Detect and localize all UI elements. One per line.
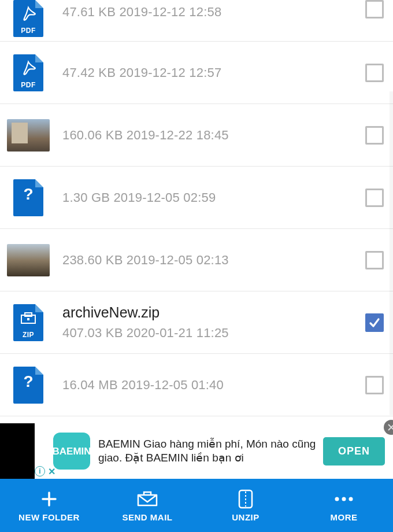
file-checkbox[interactable]: [365, 376, 384, 394]
file-checkbox[interactable]: [365, 126, 384, 145]
new-folder-button[interactable]: NEW FOLDER: [0, 479, 98, 532]
file-meta: 47.61 KB 2019-12-12 12:58: [62, 5, 358, 20]
file-meta: 47.42 KB 2019-12-12 12:57: [62, 65, 358, 80]
file-meta: 16.04 MB 2019-12-05 01:40: [62, 378, 358, 393]
file-row[interactable]: 238.60 KB 2019-12-05 02:13: [0, 229, 393, 291]
file-row[interactable]: ZIParchiveNew.zip407.03 KB 2020-01-21 11…: [0, 291, 393, 354]
ad-logo[interactable]: BAEMIN: [53, 433, 90, 470]
file-row[interactable]: ?16.04 MB 2019-12-05 01:40: [0, 354, 393, 416]
svg-point-4: [335, 497, 339, 501]
ad-text: BAEMIN Giao hàng miễn phí, Món nào cũng …: [98, 437, 323, 465]
bottom-action-bar: NEW FOLDER SEND MAIL UNZIP MORE: [0, 479, 393, 532]
unzip-button[interactable]: UNZIP: [196, 479, 295, 532]
file-meta: 407.03 KB 2020-01-21 11:25: [62, 326, 358, 341]
svg-point-5: [342, 497, 346, 501]
more-icon: [332, 489, 355, 509]
file-checkbox[interactable]: [365, 189, 384, 207]
unzip-label: UNZIP: [232, 512, 259, 522]
unknown-file-icon: ?: [13, 179, 43, 216]
pdf-file-icon: PDF: [13, 54, 43, 91]
file-meta: 160.06 KB 2019-12-22 18:45: [62, 128, 358, 143]
send-mail-label: SEND MAIL: [123, 512, 173, 522]
file-row[interactable]: PDF47.61 KB 2019-12-12 12:58: [0, 0, 393, 42]
unzip-icon: [238, 489, 253, 509]
ad-close-button[interactable]: [384, 420, 393, 435]
plus-icon: [40, 489, 58, 509]
more-label: MORE: [331, 512, 358, 522]
file-checkbox[interactable]: [365, 251, 384, 269]
file-meta: 238.60 KB 2019-12-05 02:13: [62, 253, 358, 268]
unknown-file-icon: ?: [13, 367, 43, 404]
pdf-file-icon: PDF: [13, 0, 43, 37]
file-row[interactable]: 160.06 KB 2019-12-22 18:45: [0, 104, 393, 167]
file-checkbox[interactable]: [365, 0, 384, 19]
image-thumbnail: [7, 244, 50, 276]
send-mail-button[interactable]: SEND MAIL: [98, 479, 196, 532]
more-button[interactable]: MORE: [295, 479, 393, 532]
ad-attribution[interactable]: i ✕: [35, 466, 57, 476]
file-checkbox[interactable]: [365, 313, 384, 332]
ad-banner: i ✕ BAEMIN BAEMIN Giao hàng miễn phí, Mó…: [0, 423, 393, 479]
mail-icon: [136, 489, 158, 509]
file-row[interactable]: ?1.30 GB 2019-12-05 02:59: [0, 167, 393, 229]
file-row[interactable]: PDF47.42 KB 2019-12-12 12:57: [0, 42, 393, 104]
ad-dismiss-icon[interactable]: ✕: [46, 466, 57, 476]
file-list: PDF47.61 KB 2019-12-12 12:58PDF47.42 KB …: [0, 0, 393, 416]
svg-point-6: [349, 497, 353, 501]
file-checkbox[interactable]: [365, 64, 384, 82]
scrollbar-track[interactable]: [390, 91, 393, 415]
ad-info-icon[interactable]: i: [35, 466, 45, 476]
new-folder-label: NEW FOLDER: [18, 512, 80, 522]
ad-open-button[interactable]: OPEN: [323, 437, 385, 466]
file-meta: 1.30 GB 2019-12-05 02:59: [62, 190, 358, 205]
zip-file-icon: ZIP: [13, 304, 43, 341]
file-name: archiveNew.zip: [62, 304, 358, 321]
svg-rect-2: [27, 318, 29, 320]
image-thumbnail: [7, 119, 50, 152]
